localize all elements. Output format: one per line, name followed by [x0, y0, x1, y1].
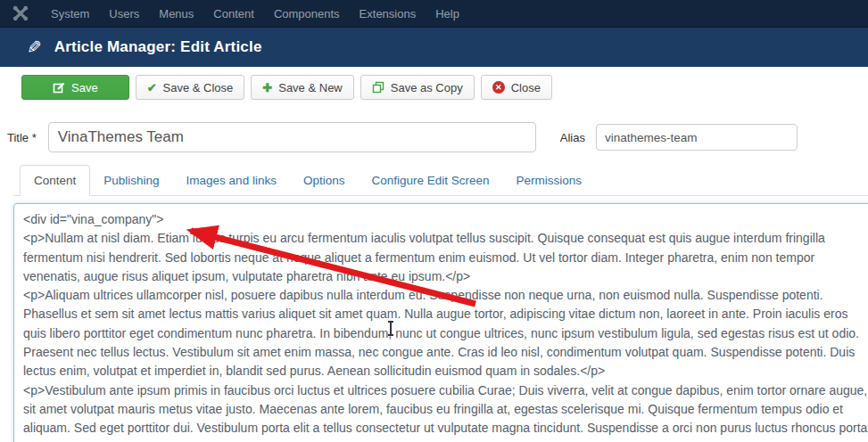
save-new-label: Save & New	[278, 81, 343, 94]
close-label: Close	[511, 81, 541, 94]
save-icon	[53, 81, 65, 94]
joomla-logo-icon[interactable]	[0, 5, 41, 21]
save-close-button[interactable]: ✔ Save & Close	[136, 75, 245, 100]
save-as-copy-label: Save as Copy	[391, 81, 463, 94]
copy-icon	[372, 81, 384, 94]
admin-top-nav: System Users Menus Content Components Ex…	[0, 0, 868, 28]
article-manager-window: System Users Menus Content Components Ex…	[0, 0, 868, 442]
edit-tabs: Content Publishing Images and links Opti…	[13, 165, 868, 196]
save-close-label: Save & Close	[163, 81, 234, 94]
tab-configure-edit-screen[interactable]: Configure Edit Screen	[358, 166, 502, 195]
menu-system[interactable]: System	[41, 0, 99, 28]
close-button[interactable]: ✕ Close	[481, 75, 552, 100]
menu-extensions[interactable]: Extensions	[350, 0, 426, 28]
save-button[interactable]: Save	[21, 75, 129, 100]
title-label: Title *	[7, 131, 37, 144]
title-row: Title * Alias	[7, 122, 868, 152]
alias-input[interactable]	[596, 124, 798, 151]
save-as-copy-button[interactable]: Save as Copy	[360, 75, 475, 100]
menu-menus[interactable]: Menus	[149, 0, 203, 28]
tab-options[interactable]: Options	[290, 166, 359, 195]
tab-permissions[interactable]: Permissions	[503, 166, 596, 195]
page-title: Article Manager: Edit Article	[54, 38, 262, 56]
article-text-editor[interactable]: <div id="vina_company"> <p>Nullam at nis…	[13, 203, 868, 442]
title-input[interactable]	[48, 122, 536, 152]
plus-icon: ✚	[262, 81, 272, 94]
check-icon: ✔	[147, 81, 157, 94]
save-label: Save	[71, 81, 98, 94]
menu-help[interactable]: Help	[426, 0, 469, 28]
tab-images-and-links[interactable]: Images and links	[173, 166, 290, 195]
tab-publishing[interactable]: Publishing	[90, 166, 172, 195]
toolbar: Save ✔ Save & Close ✚ Save & New Save as…	[0, 67, 868, 108]
tab-content[interactable]: Content	[20, 165, 90, 196]
close-icon: ✕	[492, 81, 505, 94]
pencil-icon: ✎	[27, 37, 42, 58]
menu-components[interactable]: Components	[264, 0, 350, 28]
menu-users[interactable]: Users	[99, 0, 149, 28]
menu-content[interactable]: Content	[203, 0, 264, 28]
page-header: ✎ Article Manager: Edit Article	[0, 28, 868, 67]
save-new-button[interactable]: ✚ Save & New	[251, 75, 353, 100]
alias-label: Alias	[560, 131, 585, 144]
